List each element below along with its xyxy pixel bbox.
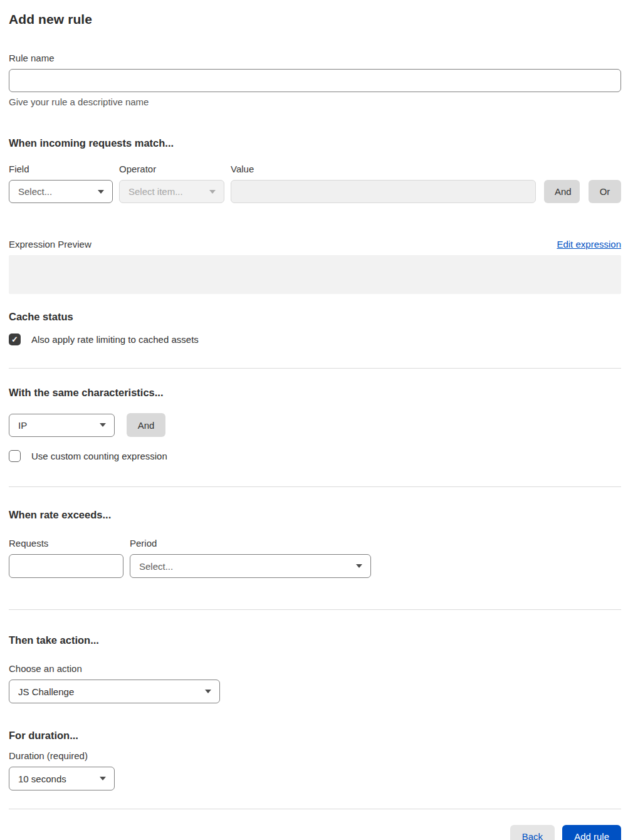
counting-expression-label: Use custom counting expression xyxy=(31,451,167,461)
rule-name-group: Rule name Give your rule a descriptive n… xyxy=(9,53,621,107)
checkbox-unchecked-icon[interactable] xyxy=(9,450,21,462)
action-select-value: JS Challenge xyxy=(18,686,74,697)
characteristics-and-button[interactable]: And xyxy=(127,413,165,437)
value-column: Value xyxy=(231,164,536,203)
characteristics-row: IP And xyxy=(9,413,621,437)
characteristic-select-value: IP xyxy=(18,420,27,431)
action-heading: Then take action... xyxy=(9,634,621,646)
rule-name-label: Rule name xyxy=(9,53,621,63)
field-select[interactable]: Select... xyxy=(9,180,113,203)
chevron-down-icon xyxy=(356,564,362,568)
chevron-down-icon xyxy=(100,777,106,780)
add-rule-page: Add new rule Rule name Give your rule a … xyxy=(0,0,628,840)
value-input xyxy=(231,180,536,203)
section-divider xyxy=(9,368,621,369)
requests-input[interactable] xyxy=(9,554,123,578)
rate-heading: When rate exceeds... xyxy=(9,509,621,521)
expression-header: Expression Preview Edit expression xyxy=(9,239,621,249)
chevron-down-icon xyxy=(209,190,216,194)
field-column: Field Select... xyxy=(9,164,113,203)
match-section-heading: When incoming requests match... xyxy=(9,137,621,149)
value-label: Value xyxy=(231,164,536,174)
rate-row: Requests Period Select... xyxy=(9,538,621,578)
edit-expression-link[interactable]: Edit expression xyxy=(557,239,621,249)
add-rule-button[interactable]: Add rule xyxy=(562,825,621,840)
section-divider xyxy=(9,609,621,610)
page-title: Add new rule xyxy=(9,12,621,27)
rule-name-helper: Give your rule a descriptive name xyxy=(9,97,621,107)
characteristic-select[interactable]: IP xyxy=(9,414,115,437)
section-divider xyxy=(9,809,621,809)
counting-expression-checkbox-row[interactable]: Use custom counting expression xyxy=(9,450,621,462)
match-row: Field Select... Operator Select item... … xyxy=(9,164,621,203)
section-divider xyxy=(9,486,621,487)
characteristics-heading: With the same characteristics... xyxy=(9,387,621,399)
period-select[interactable]: Select... xyxy=(130,554,371,578)
chevron-down-icon xyxy=(205,690,211,693)
operator-column: Operator Select item... xyxy=(119,164,224,203)
expression-preview-label: Expression Preview xyxy=(9,239,92,249)
duration-select[interactable]: 10 seconds xyxy=(9,767,115,790)
cache-status-heading: Cache status xyxy=(9,311,621,323)
expression-preview-box xyxy=(9,255,621,294)
duration-label: Duration (required) xyxy=(9,750,621,761)
action-select[interactable]: JS Challenge xyxy=(9,680,220,703)
chevron-down-icon xyxy=(98,190,104,194)
checkbox-checked-icon[interactable]: ✓ xyxy=(9,333,21,345)
requests-label: Requests xyxy=(9,538,123,549)
period-select-value: Select... xyxy=(139,561,173,572)
and-button[interactable]: And xyxy=(544,180,580,203)
period-label: Period xyxy=(130,538,371,549)
duration-heading: For duration... xyxy=(9,730,621,742)
field-select-value: Select... xyxy=(18,186,52,197)
action-label: Choose an action xyxy=(9,663,621,674)
footer-actions: Back Add rule xyxy=(9,825,621,840)
period-column: Period Select... xyxy=(130,538,371,578)
field-label: Field xyxy=(9,164,113,174)
chevron-down-icon xyxy=(100,423,106,427)
requests-column: Requests xyxy=(9,538,123,578)
duration-select-value: 10 seconds xyxy=(18,774,66,784)
cache-checkbox-label: Also apply rate limiting to cached asset… xyxy=(31,334,199,345)
or-button[interactable]: Or xyxy=(589,180,621,203)
operator-label: Operator xyxy=(119,164,224,174)
cache-checkbox-row[interactable]: ✓ Also apply rate limiting to cached ass… xyxy=(9,333,621,345)
operator-select-value: Select item... xyxy=(128,186,183,197)
back-button[interactable]: Back xyxy=(510,825,555,840)
operator-select: Select item... xyxy=(119,180,224,203)
rule-name-input[interactable] xyxy=(9,69,621,92)
